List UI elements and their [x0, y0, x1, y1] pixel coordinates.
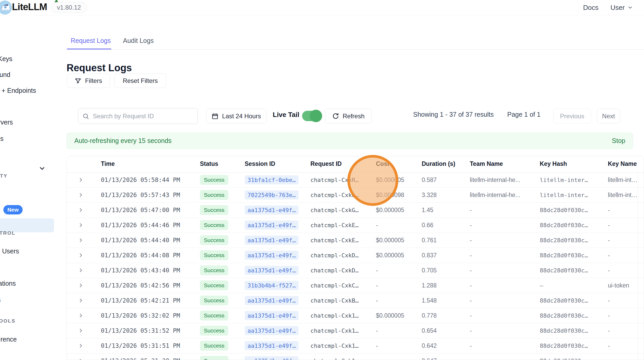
- cell-team-name: -: [470, 312, 472, 319]
- main-content: Request Logs Audit Logs Request Logs Fil…: [67, 15, 644, 360]
- reset-filters-button[interactable]: Reset Filters: [114, 74, 166, 88]
- session-id-link[interactable]: aa1375d1-e49f…: [245, 326, 298, 335]
- new-badge: New: [3, 205, 23, 214]
- sidebar-item-guardrails[interactable]: ils: [0, 135, 4, 142]
- row-expand-chevron-icon[interactable]: [78, 192, 84, 198]
- cell-team-name: -: [470, 327, 472, 334]
- sidebar-section-tools: OOLS: [0, 318, 16, 324]
- search-input[interactable]: [92, 112, 193, 120]
- status-badge: Success: [200, 341, 228, 351]
- row-expand-chevron-icon[interactable]: [78, 358, 84, 360]
- col-header-request-id: Request ID: [310, 160, 342, 167]
- table-row: 01/13/2026 05:31:38 PMSuccessaa1375d1-e4…: [67, 353, 644, 360]
- auto-refresh-message: Auto-refreshing every 15 seconds: [74, 137, 172, 145]
- session-id-link[interactable]: aa1375d1-e49f…: [245, 341, 298, 350]
- session-id-link[interactable]: aa1375d1-e49f…: [245, 251, 298, 260]
- cell-team-name: -: [470, 222, 472, 229]
- session-id-link[interactable]: 31b3b4b4-f527…: [245, 281, 298, 290]
- cell-cost: -: [376, 267, 378, 274]
- cell-key-name: -: [608, 237, 610, 244]
- row-expand-chevron-icon[interactable]: [78, 237, 84, 243]
- cell-key-hash: litellm-inter…: [540, 192, 588, 198]
- next-page-button[interactable]: Next: [597, 109, 620, 123]
- cell-cost: -: [376, 357, 378, 360]
- sidebar-item-keys[interactable]: Keys: [0, 55, 12, 63]
- cell-cost: -: [376, 222, 378, 229]
- cell-team-name: litellm-internal-he...: [470, 192, 520, 199]
- top-bar: LiteLLM v1.80.12 Docs User: [0, 0, 644, 15]
- cell-time: 01/13/2026 05:57:43 PM: [101, 192, 180, 198]
- cell-request-id: chatcmpl-CxkB…: [310, 297, 359, 304]
- cell-team-name: -: [470, 237, 472, 244]
- cell-team-name: -: [470, 207, 472, 214]
- docs-link[interactable]: Docs: [583, 4, 599, 12]
- table-row: 01/13/2026 05:58:44 PMSuccess31bfa1cf-0e…: [67, 172, 644, 188]
- sidebar-item-users[interactable]: Users: [2, 247, 19, 255]
- row-expand-chevron-icon[interactable]: [78, 312, 84, 319]
- session-id-link[interactable]: aa1375d1-e49f…: [245, 311, 298, 320]
- active-tab-underline: [67, 49, 111, 49]
- tab-audit-logs[interactable]: Audit Logs: [123, 37, 154, 44]
- row-expand-chevron-icon[interactable]: [78, 222, 84, 228]
- cell-duration: 0.66: [422, 222, 433, 229]
- stop-auto-refresh-link[interactable]: Stop: [612, 137, 625, 145]
- cell-key-hash: 88dc28d0f030c…: [540, 252, 588, 259]
- cell-time: 01/13/2026 05:42:56 PM: [101, 282, 180, 289]
- session-id-link[interactable]: aa1375d1-e49f…: [245, 206, 298, 215]
- row-expand-chevron-icon[interactable]: [78, 207, 84, 213]
- session-id-link[interactable]: aa1375d1-e49f…: [245, 236, 298, 245]
- table-row: 01/13/2026 05:32:02 PMSuccessaa1375d1-e4…: [67, 308, 644, 323]
- session-id-link[interactable]: aa1375d1-e49f…: [245, 266, 298, 275]
- session-id-link[interactable]: aa1375d1-e49f…: [245, 356, 298, 360]
- search-icon: [82, 113, 89, 120]
- cell-key-hash: 88dc28d0f030c…: [540, 343, 588, 349]
- row-expand-chevron-icon[interactable]: [78, 328, 84, 334]
- row-expand-chevron-icon[interactable]: [78, 343, 84, 349]
- refresh-button[interactable]: Refresh: [325, 109, 372, 123]
- live-tail-toggle[interactable]: [302, 111, 321, 121]
- row-expand-chevron-icon[interactable]: [78, 297, 84, 304]
- session-id-link[interactable]: 7022549b-763e…: [245, 191, 298, 200]
- filters-button[interactable]: Filters: [67, 74, 110, 88]
- row-expand-chevron-icon[interactable]: [78, 252, 84, 258]
- cell-request-id: chatcmpl-CxkD…: [310, 267, 359, 274]
- session-id-link[interactable]: aa1375d1-e49f…: [245, 296, 298, 305]
- cell-duration: 0.778: [422, 312, 437, 319]
- cell-cost: -: [376, 297, 378, 304]
- cell-team-name: litellm-internal-he...: [470, 176, 520, 184]
- session-id-link[interactable]: aa1375d1-e49f…: [245, 221, 298, 230]
- row-expand-chevron-icon[interactable]: [78, 177, 84, 183]
- sidebar-item-api-reference[interactable]: erence: [0, 336, 17, 343]
- sidebar-item-servers[interactable]: rvers: [0, 119, 13, 126]
- cell-team-name: -: [470, 282, 472, 289]
- calendar-icon: [212, 113, 218, 120]
- col-header-status: Status: [200, 160, 218, 167]
- col-header-key-name: Key Name: [608, 160, 637, 167]
- status-badge: Success: [200, 190, 228, 200]
- tab-request-logs[interactable]: Request Logs: [71, 37, 111, 44]
- table-row: 01/13/2026 05:43:40 PMSuccessaa1375d1-e4…: [67, 263, 644, 278]
- date-range-button[interactable]: Last 24 Hours: [206, 109, 266, 123]
- cell-time: 01/13/2026 05:32:02 PM: [101, 312, 180, 319]
- previous-page-button[interactable]: Previous: [553, 109, 591, 123]
- cell-cost: $0.000005: [376, 207, 404, 214]
- sidebar-item-organizations[interactable]: ations: [0, 280, 16, 287]
- session-id-link[interactable]: 31bfa1cf-0ebe…: [245, 175, 298, 185]
- cell-request-id: chatcmpl-CxkG…: [310, 207, 359, 213]
- refresh-icon: [332, 113, 339, 120]
- cell-key-hash: litellm-inter…: [540, 177, 588, 183]
- row-expand-chevron-icon[interactable]: [78, 267, 84, 273]
- tab-bar: Request Logs Audit Logs: [67, 37, 644, 50]
- user-menu[interactable]: User: [610, 4, 633, 12]
- row-expand-chevron-icon[interactable]: [78, 282, 84, 289]
- cell-key-name: -: [608, 252, 610, 259]
- table-row: 01/13/2026 05:47:00 PMSuccessaa1375d1-e4…: [67, 202, 644, 218]
- sidebar-item-playground[interactable]: und: [0, 71, 10, 78]
- table-row: 01/13/2026 05:42:56 PMSuccess31b3b4b4-f5…: [67, 278, 644, 293]
- sidebar-item-models-endpoints[interactable]: + Endpoints: [2, 87, 36, 94]
- sidebar-item-teams[interactable]: s: [0, 296, 1, 304]
- date-range-label: Last 24 Hours: [222, 113, 261, 120]
- status-badge: Success: [200, 356, 228, 360]
- sidebar-collapse-chevron-icon[interactable]: [38, 165, 46, 173]
- cell-time: 01/13/2026 05:44:08 PM: [101, 252, 180, 259]
